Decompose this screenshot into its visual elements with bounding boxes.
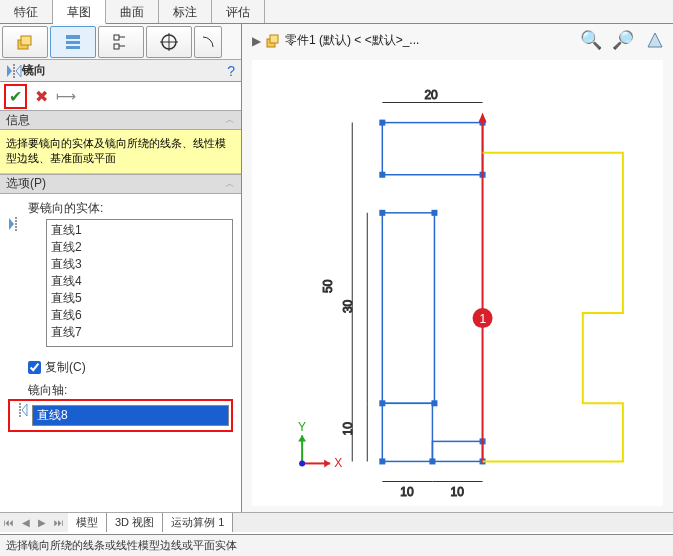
list-item[interactable]: 直线1 xyxy=(49,222,230,239)
axis-selector-icon[interactable] xyxy=(12,403,30,428)
svg-rect-6 xyxy=(114,44,119,49)
svg-rect-27 xyxy=(431,210,437,216)
bottom-tabs: ⏮ ◀ ▶ ⏭ 模型 3D 视图 运动算例 1 xyxy=(0,512,673,532)
svg-rect-29 xyxy=(431,400,437,406)
axis-item-selected[interactable]: 直线8 xyxy=(33,406,228,425)
main-tabs: 特征 草图 曲面 标注 评估 xyxy=(0,0,673,24)
list-item[interactable]: 直线3 xyxy=(49,256,230,273)
accept-button[interactable]: ✔ xyxy=(9,87,22,106)
options-header: 选项(P) xyxy=(6,175,225,192)
list-item[interactable]: 直线6 xyxy=(49,307,230,324)
svg-text:X: X xyxy=(334,456,342,470)
highlight-accept: ✔ xyxy=(4,84,27,109)
svg-rect-22 xyxy=(379,120,385,126)
svg-rect-24 xyxy=(379,172,385,178)
svg-text:20: 20 xyxy=(424,88,438,102)
svg-text:10: 10 xyxy=(341,422,355,436)
svg-rect-30 xyxy=(379,458,385,464)
svg-rect-21 xyxy=(432,441,482,461)
svg-text:10: 10 xyxy=(400,485,414,499)
copy-label: 复制(C) xyxy=(45,359,86,376)
svg-rect-19 xyxy=(382,213,434,403)
info-body: 选择要镜向的实体及镜向所绕的线条、线性模型边线、基准面或平面 xyxy=(0,130,241,174)
axis-label: 镜向轴: xyxy=(28,382,233,399)
svg-rect-3 xyxy=(66,41,80,44)
config-manager-button[interactable] xyxy=(98,26,144,58)
list-item[interactable]: 直线7 xyxy=(49,324,230,341)
bottom-tab-motion[interactable]: 运动算例 1 xyxy=(163,513,233,532)
collapse-options-icon[interactable]: ︿ xyxy=(225,177,235,191)
list-item[interactable]: 直线2 xyxy=(49,239,230,256)
entities-label: 要镜向的实体: xyxy=(28,200,233,217)
status-bar: 选择镜向所绕的线条或线性模型边线或平面实体 xyxy=(0,534,673,556)
panel-toolbar xyxy=(0,24,241,60)
pin-button[interactable]: ⟼ xyxy=(56,88,76,104)
svg-point-56 xyxy=(299,460,305,466)
svg-rect-28 xyxy=(379,400,385,406)
tab-features[interactable]: 特征 xyxy=(0,0,53,23)
svg-rect-26 xyxy=(379,210,385,216)
property-panel: 镜向 ? ✔ ✖ ⟼ 信息 ︿ 选择要镜向的实体及镜向所绕的线条、线性模型边线、… xyxy=(0,24,242,532)
copy-checkbox-row[interactable]: 复制(C) xyxy=(28,359,233,376)
svg-rect-4 xyxy=(66,46,80,49)
svg-rect-18 xyxy=(382,123,482,175)
zoom-fit-icon[interactable]: 🔍 xyxy=(579,28,603,52)
help-icon[interactable]: ? xyxy=(227,63,235,79)
svg-rect-5 xyxy=(114,35,119,40)
list-item[interactable]: 直线4 xyxy=(49,273,230,290)
bottom-tab-3dview[interactable]: 3D 视图 xyxy=(107,513,163,532)
dimxpert-button[interactable] xyxy=(146,26,192,58)
svg-text:30: 30 xyxy=(341,299,355,313)
breadcrumb[interactable]: ▶ 零件1 (默认) < <默认>_... xyxy=(252,32,419,49)
zoom-area-icon[interactable]: 🔎 xyxy=(611,28,635,52)
info-header: 信息 xyxy=(6,112,225,129)
svg-marker-51 xyxy=(324,459,330,467)
svg-marker-35 xyxy=(479,113,487,123)
list-item[interactable]: 直线5 xyxy=(49,290,230,307)
svg-text:10: 10 xyxy=(450,485,464,499)
axis-listbox[interactable]: 直线8 xyxy=(32,405,229,426)
mirror-icon xyxy=(6,64,22,78)
svg-marker-17 xyxy=(648,33,662,47)
tab-surfaces[interactable]: 曲面 xyxy=(106,0,159,23)
graphics-area[interactable]: ▶ 零件1 (默认) < <默认>_... 🔍 🔎 xyxy=(242,24,673,532)
svg-text:1: 1 xyxy=(480,312,487,326)
tab-nav-first[interactable]: ⏮ xyxy=(0,515,18,530)
svg-marker-54 xyxy=(298,435,306,441)
svg-rect-20 xyxy=(382,403,432,461)
tab-annotate[interactable]: 标注 xyxy=(159,0,212,23)
svg-text:Y: Y xyxy=(298,420,306,434)
collapse-info-icon[interactable]: ︿ xyxy=(225,113,235,127)
overflow-button[interactable] xyxy=(194,26,222,58)
tab-nav-prev[interactable]: ◀ xyxy=(18,515,34,530)
feature-manager-button[interactable] xyxy=(2,26,48,58)
panel-title: 镜向 xyxy=(22,62,227,79)
tab-sketch[interactable]: 草图 xyxy=(53,0,106,24)
svg-rect-2 xyxy=(66,35,80,39)
cancel-button[interactable]: ✖ xyxy=(35,87,48,106)
breadcrumb-arrow-icon[interactable]: ▶ xyxy=(252,34,261,48)
entities-listbox[interactable]: 直线1 直线2 直线3 直线4 直线5 直线6 直线7 xyxy=(46,219,233,347)
part-name[interactable]: 零件1 (默认) < <默认>_... xyxy=(285,32,419,49)
tab-evaluate[interactable]: 评估 xyxy=(212,0,265,23)
entities-selector-icon[interactable] xyxy=(8,217,26,353)
view-orient-icon[interactable] xyxy=(643,28,667,52)
svg-text:50: 50 xyxy=(321,279,335,293)
part-icon xyxy=(265,33,281,49)
svg-rect-16 xyxy=(270,35,278,43)
property-manager-button[interactable] xyxy=(50,26,96,58)
sketch-canvas[interactable]: 20 50 30 10 10 10 1 X Y xyxy=(252,60,663,506)
copy-checkbox[interactable] xyxy=(28,361,41,374)
svg-rect-1 xyxy=(21,36,31,45)
bottom-tab-model[interactable]: 模型 xyxy=(68,513,107,532)
tab-nav-last[interactable]: ⏭ xyxy=(50,515,68,530)
svg-rect-31 xyxy=(429,458,435,464)
tab-nav-next[interactable]: ▶ xyxy=(34,515,50,530)
